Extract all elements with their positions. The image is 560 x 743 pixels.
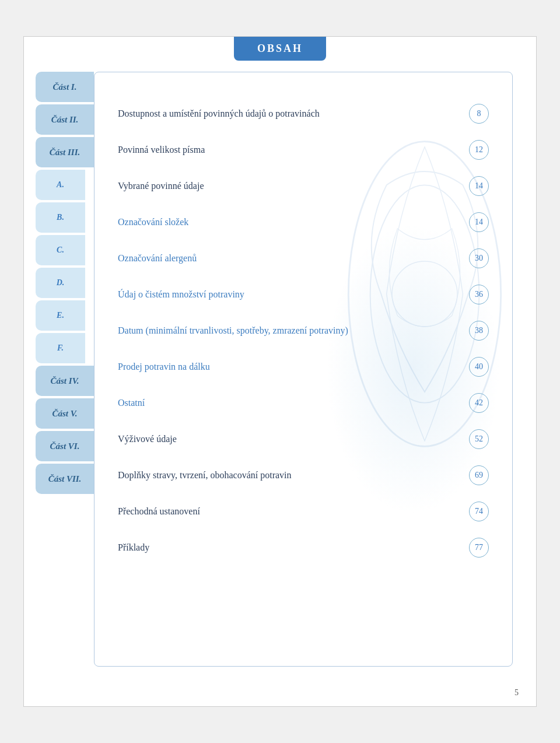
toc-row: Vybrané povinné údaje14 — [112, 168, 495, 204]
toc-list: Dostupnost a umístění povinných údajů o … — [112, 90, 495, 566]
sidebar-item-sub-b[interactable]: B. — [36, 202, 85, 233]
page-number-circle: 36 — [469, 285, 489, 304]
toc-row: Doplňky stravy, tvrzení, obohacování pot… — [112, 457, 495, 493]
page-number-circle: 12 — [469, 140, 489, 160]
toc-row-text: Povinná velikost písma — [118, 145, 457, 155]
toc-row: Označování složek14 — [112, 204, 495, 240]
toc-row: Údaj o čistém množství potraviny36 — [112, 276, 495, 313]
toc-row-text: Výživové údaje — [118, 434, 457, 444]
toc-row: Výživové údaje52 — [112, 421, 495, 457]
page-number-circle: 74 — [469, 502, 489, 521]
page-number-circle: 8 — [469, 104, 489, 124]
page-number-circle: 42 — [469, 393, 489, 413]
page: OBSAH Část I.Část II.Část III.A.B.C.D.E.… — [23, 36, 537, 707]
toc-row-text: Označování složek — [118, 217, 457, 227]
page-number-circle: 14 — [469, 176, 489, 196]
toc-row: Ostatní42 — [112, 385, 495, 421]
toc-row: Povinná velikost písma12 — [112, 132, 495, 168]
page-number-circle: 69 — [469, 465, 489, 485]
toc-row-text: Dostupnost a umístění povinných údajů o … — [118, 108, 457, 119]
toc-row-text: Příklady — [118, 542, 457, 553]
header-title: OBSAH — [257, 43, 303, 54]
toc-row-text: Datum (minimální trvanlivosti, spotřeby,… — [118, 325, 457, 336]
toc-row-text: Prodej potravin na dálku — [118, 362, 457, 372]
page-number-circle: 52 — [469, 429, 489, 449]
sidebar-item-cast-vi[interactable]: Část VI. — [36, 431, 94, 461]
sidebar-item-cast-v[interactable]: Část V. — [36, 398, 94, 429]
toc-row: Příklady77 — [112, 530, 495, 566]
toc-row-text: Údaj o čistém množství potraviny — [118, 289, 457, 300]
page-number-circle: 30 — [469, 248, 489, 268]
sidebar-item-sub-c[interactable]: C. — [36, 235, 85, 265]
sidebar: Část I.Část II.Část III.A.B.C.D.E.F.Část… — [36, 72, 94, 496]
sidebar-item-sub-a[interactable]: A. — [36, 170, 85, 200]
toc-row: Označování alergenů30 — [112, 240, 495, 276]
toc-row-text: Vybrané povinné údaje — [118, 181, 457, 191]
toc-row: Dostupnost a umístění povinných údajů o … — [112, 96, 495, 132]
sidebar-item-cast-iv[interactable]: Část IV. — [36, 366, 94, 396]
toc-row-text: Doplňky stravy, tvrzení, obohacování pot… — [118, 470, 457, 481]
sidebar-item-cast-vii[interactable]: Část VII. — [36, 464, 94, 494]
toc-row: Prodej potravin na dálku40 — [112, 349, 495, 385]
sidebar-item-sub-d[interactable]: D. — [36, 268, 85, 298]
page-number-circle: 40 — [469, 357, 489, 377]
page-number-circle: 14 — [469, 212, 489, 232]
sidebar-item-cast-iii[interactable]: Část III. — [36, 137, 94, 167]
sidebar-item-sub-e[interactable]: E. — [36, 300, 85, 331]
page-number-circle: 38 — [469, 321, 489, 341]
content-area: Dostupnost a umístění povinných údajů o … — [94, 72, 513, 667]
sidebar-item-cast-ii[interactable]: Část II. — [36, 104, 94, 135]
page-number: 5 — [514, 688, 519, 698]
sidebar-item-cast-i[interactable]: Část I. — [36, 72, 94, 102]
obsah-header: OBSAH — [234, 37, 326, 61]
toc-row-text: Přechodná ustanovení — [118, 506, 457, 517]
toc-row: Datum (minimální trvanlivosti, spotřeby,… — [112, 313, 495, 349]
toc-row-text: Ostatní — [118, 398, 457, 408]
page-number-circle: 77 — [469, 538, 489, 558]
toc-row-text: Označování alergenů — [118, 253, 457, 264]
toc-row: Přechodná ustanovení74 — [112, 493, 495, 530]
sidebar-item-sub-f[interactable]: F. — [36, 333, 85, 363]
